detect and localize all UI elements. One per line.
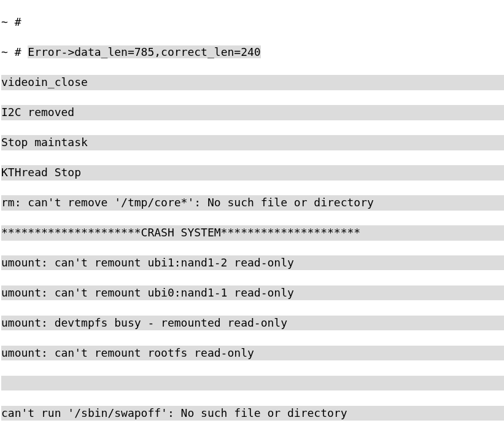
- log-line: I2C removed: [1, 105, 504, 120]
- log-line: KTHread Stop: [1, 165, 504, 180]
- log-line: can't run '/sbin/swapoff': No such file …: [1, 406, 504, 421]
- log-line: rm: can't remove '/tmp/core*': No such f…: [1, 195, 504, 210]
- error-text: Error->data_len=785,correct_len=240: [28, 45, 260, 58]
- log-line: Stop maintask: [1, 135, 504, 150]
- log-line: [1, 376, 504, 390]
- prompt-prefix: ~ #: [1, 45, 28, 58]
- log-line: umount: devtmpfs busy - remounted read-o…: [1, 316, 504, 330]
- crash-banner: *********************CRASH SYSTEM*******…: [1, 225, 504, 240]
- log-line: umount: can't remount rootfs read-only: [1, 346, 504, 360]
- terminal-output: ~ # ~ # Error->data_len=785,correct_len=…: [0, 0, 504, 431]
- log-line: videoin_close: [1, 75, 504, 90]
- prompt-line: ~ #: [1, 15, 504, 29]
- log-line: umount: can't remount ubi0:nand1-1 read-…: [1, 285, 504, 300]
- log-line: umount: can't remount ubi1:nand1-2 read-…: [1, 255, 504, 270]
- error-line: ~ # Error->data_len=785,correct_len=240: [1, 45, 504, 60]
